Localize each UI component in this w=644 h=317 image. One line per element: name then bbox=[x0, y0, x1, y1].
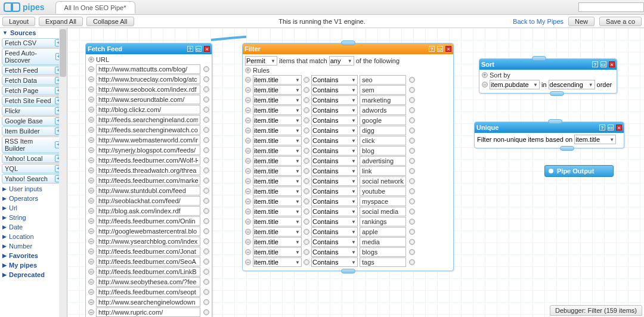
unique-field-select[interactable]: item.title bbox=[574, 135, 616, 144]
value-port[interactable] bbox=[409, 117, 415, 123]
back-link[interactable]: Back to My Pipes bbox=[513, 18, 564, 25]
value-port[interactable] bbox=[409, 77, 415, 83]
rule-op-select[interactable]: Contains bbox=[311, 156, 358, 166]
remove-row-icon[interactable] bbox=[88, 248, 94, 254]
value-port[interactable] bbox=[304, 249, 309, 255]
logo[interactable]: pipes bbox=[0, 2, 48, 12]
sidebar-category[interactable]: ▶User inputs bbox=[0, 184, 67, 194]
value-port[interactable] bbox=[203, 157, 209, 163]
rule-value-input[interactable] bbox=[360, 146, 406, 156]
sort-order-select[interactable]: descending bbox=[549, 80, 595, 89]
rule-value-input[interactable] bbox=[360, 116, 406, 125]
sidebar-source-item[interactable]: YQL+ bbox=[2, 164, 65, 173]
rule-op-select[interactable]: Contains bbox=[311, 136, 358, 145]
remove-row-icon[interactable] bbox=[88, 218, 94, 224]
value-port[interactable] bbox=[304, 138, 309, 144]
input-port[interactable] bbox=[549, 169, 553, 173]
rule-field-select[interactable]: item.title bbox=[253, 247, 302, 257]
remove-row-icon[interactable] bbox=[88, 66, 94, 72]
sidebar-category[interactable]: ▶String bbox=[0, 213, 67, 222]
rule-op-select[interactable]: Contains bbox=[311, 75, 358, 85]
value-port[interactable] bbox=[409, 219, 415, 225]
value-port[interactable] bbox=[304, 209, 309, 215]
url-input[interactable] bbox=[96, 166, 200, 175]
remove-row-icon[interactable] bbox=[88, 97, 94, 102]
remove-row-icon[interactable] bbox=[245, 249, 251, 255]
sidebar-category[interactable]: ▶Url bbox=[0, 203, 67, 213]
url-input[interactable] bbox=[96, 277, 200, 287]
collapse-all-button[interactable]: Collapse All bbox=[86, 17, 134, 26]
rule-field-select[interactable]: item.title bbox=[253, 217, 302, 226]
value-port[interactable] bbox=[304, 188, 309, 194]
rule-op-select[interactable]: Contains bbox=[311, 197, 358, 206]
value-port[interactable] bbox=[409, 128, 415, 133]
value-port[interactable] bbox=[409, 158, 415, 164]
rule-field-select[interactable]: item.title bbox=[253, 207, 302, 216]
close-icon[interactable]: × bbox=[609, 61, 615, 67]
remove-row-icon[interactable] bbox=[245, 188, 251, 194]
save-button[interactable]: Save a co bbox=[599, 17, 642, 26]
sort-field-select[interactable]: item.pubdate bbox=[490, 80, 540, 89]
url-input[interactable] bbox=[96, 297, 200, 307]
help-icon[interactable]: ? bbox=[592, 61, 598, 67]
sidebar-category[interactable]: ▶Deprecated bbox=[0, 270, 67, 279]
url-input[interactable] bbox=[96, 257, 200, 266]
rule-op-select[interactable]: Contains bbox=[311, 85, 358, 95]
minimize-icon[interactable]: ▭ bbox=[608, 125, 614, 130]
remove-row-icon[interactable] bbox=[88, 178, 94, 184]
sidebar-source-item[interactable]: Flickr+ bbox=[2, 106, 65, 116]
url-input[interactable] bbox=[96, 85, 200, 94]
rule-field-select[interactable]: item.title bbox=[253, 95, 302, 105]
sidebar-source-item[interactable]: RSS Item Builder+ bbox=[2, 136, 65, 153]
value-port[interactable] bbox=[409, 107, 415, 113]
value-port[interactable] bbox=[304, 107, 309, 113]
url-input[interactable] bbox=[96, 206, 200, 216]
value-port[interactable] bbox=[203, 279, 209, 285]
value-port[interactable] bbox=[409, 198, 415, 204]
value-port[interactable] bbox=[409, 97, 415, 103]
value-port[interactable] bbox=[304, 229, 309, 235]
canvas[interactable]: Fetch Feed ? ▭ × URL Filter ? ▭ × bbox=[67, 28, 644, 317]
value-port[interactable] bbox=[409, 148, 415, 154]
remove-row-icon[interactable] bbox=[88, 228, 94, 234]
sidebar-source-item[interactable]: Fetch Data+ bbox=[2, 76, 65, 85]
rule-field-select[interactable]: item.title bbox=[253, 156, 302, 166]
url-input[interactable] bbox=[96, 267, 200, 276]
value-port[interactable] bbox=[203, 238, 209, 244]
remove-row-icon[interactable] bbox=[88, 127, 94, 133]
sidebar-category-sources[interactable]: ▼Sources bbox=[0, 28, 67, 38]
module-fetch-feed[interactable]: Fetch Feed ? ▭ × URL bbox=[85, 43, 212, 317]
remove-row-icon[interactable] bbox=[245, 117, 251, 123]
remove-row-icon[interactable] bbox=[245, 219, 251, 225]
value-port[interactable] bbox=[304, 239, 309, 245]
remove-row-icon[interactable] bbox=[88, 157, 94, 163]
value-port[interactable] bbox=[203, 76, 209, 82]
url-input[interactable] bbox=[96, 135, 200, 145]
rule-field-select[interactable]: item.title bbox=[253, 166, 302, 176]
any-select[interactable]: any bbox=[329, 56, 354, 66]
sidebar-source-item[interactable]: Feed Auto-Discover+ bbox=[2, 48, 65, 65]
rule-value-input[interactable] bbox=[360, 187, 406, 196]
value-port[interactable] bbox=[304, 198, 309, 204]
module-sort[interactable]: Sort ? ▭ × Sort by item.pubdate in desce… bbox=[479, 58, 617, 94]
remove-row-icon[interactable] bbox=[88, 299, 94, 305]
rule-op-select[interactable]: Contains bbox=[311, 227, 358, 237]
rule-op-select[interactable]: Contains bbox=[311, 176, 358, 186]
remove-row-icon[interactable] bbox=[245, 239, 251, 245]
expand-all-button[interactable]: Expand All bbox=[39, 17, 83, 26]
rule-op-select[interactable]: Contains bbox=[311, 105, 358, 115]
rule-op-select[interactable]: Contains bbox=[311, 217, 358, 226]
remove-row-icon[interactable] bbox=[88, 289, 94, 295]
value-port[interactable] bbox=[203, 127, 209, 133]
value-port[interactable] bbox=[203, 289, 209, 295]
rule-field-select[interactable]: item.title bbox=[253, 176, 302, 186]
rule-value-input[interactable] bbox=[360, 156, 406, 166]
url-input[interactable] bbox=[96, 64, 200, 74]
rule-value-input[interactable] bbox=[360, 207, 406, 216]
minimize-icon[interactable]: ▭ bbox=[196, 46, 202, 52]
rule-field-select[interactable]: item.title bbox=[253, 187, 302, 196]
rule-value-input[interactable] bbox=[360, 176, 406, 186]
remove-row-icon[interactable] bbox=[88, 137, 94, 143]
add-sort-icon[interactable] bbox=[482, 72, 488, 78]
sidebar-category[interactable]: ▶Favorites bbox=[0, 251, 67, 260]
